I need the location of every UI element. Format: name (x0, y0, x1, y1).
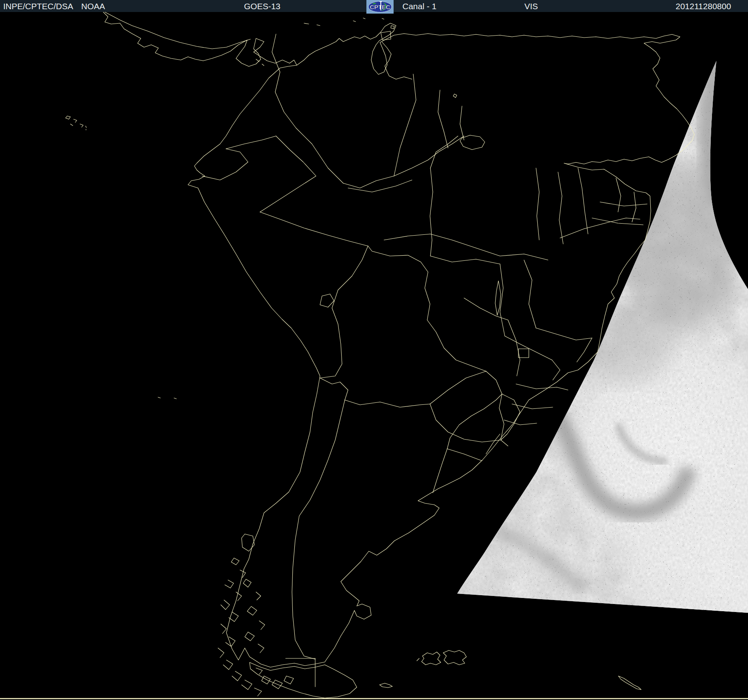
channel-label: Canal - 1 (402, 1, 436, 12)
satellite-image (0, 0, 748, 700)
logo-text: CPTEC (370, 4, 390, 10)
noaa-label: NOAA (81, 1, 105, 12)
goes13-vis-screen: INPE/CPTEC/DSA NOAA GOES-13 Canal - 1 VI… (0, 0, 748, 700)
vis-label: VIS (524, 1, 538, 12)
satellite-label: GOES-13 (244, 1, 280, 12)
cptec-logo: CPTEC (366, 0, 394, 14)
agency-label: INPE/CPTEC/DSA (3, 1, 73, 12)
map-bottom-edge-line (0, 698, 748, 699)
timestamp-label: 201211280800 (676, 1, 731, 12)
